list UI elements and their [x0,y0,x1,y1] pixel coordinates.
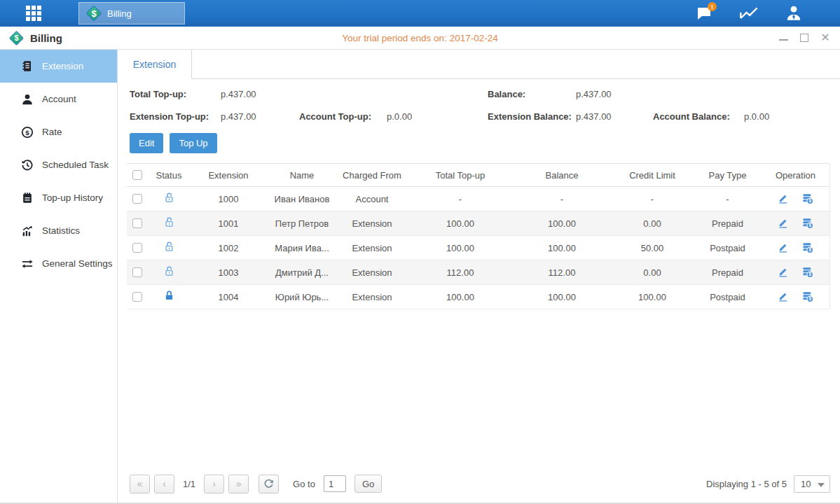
row-checkbox[interactable] [132,267,142,277]
notepad-icon [21,191,34,205]
row-checkbox[interactable] [132,292,142,302]
status-lock-icon[interactable] [163,290,175,302]
maximize-button[interactable] [799,33,809,43]
cell-credit-limit: 100.00 [610,292,694,302]
extension-balance-value: р.437.00 [576,111,653,122]
sidebar-item-label: Extension [42,61,83,71]
balance-value: р.437.00 [576,89,653,99]
cell-name: Петр Петров [267,218,337,229]
dollar-circle-icon: $ [21,125,34,139]
app-launcher-button[interactable] [18,0,49,27]
topup-row-icon[interactable]: $ [801,217,814,230]
status-lock-icon[interactable] [163,216,175,228]
cell-charged-from: Extension [337,292,407,302]
cell-charged-from: Extension [337,267,407,278]
sidebar-item-general-settings[interactable]: General Settings [0,247,117,280]
edit-row-icon[interactable] [777,192,789,205]
topup-row-icon[interactable]: $ [801,290,814,303]
col-balance[interactable]: Balance [514,170,610,181]
cell-pay-type: - [694,194,761,204]
minimize-button[interactable] [778,33,788,43]
sidebar-item-topup-history[interactable]: Top-up History [0,181,117,214]
cell-extension: 1001 [190,218,267,229]
status-lock-icon[interactable] [163,192,175,204]
window-title: Billing [30,32,62,44]
window-controls: ✕ [778,33,830,43]
sidebar-item-scheduled-task[interactable]: Scheduled Task [0,148,117,181]
edit-row-icon[interactable] [777,290,789,303]
cell-balance: 112.00 [514,267,610,278]
grid-icon [26,6,41,21]
col-pay-type[interactable]: Pay Type [694,170,761,181]
edit-row-icon[interactable] [777,217,789,230]
table-row: 1001 Петр Петров Extension 100.00 100.00… [127,211,829,236]
topup-row-icon[interactable]: $ [801,241,814,254]
tab-extension[interactable]: Extension [118,50,192,79]
select-all-checkbox[interactable] [132,170,142,180]
total-topup-label: Total Top-up: [130,89,221,99]
sidebar-item-statistics[interactable]: Statistics [0,214,117,247]
status-lock-icon[interactable] [163,265,175,277]
extension-topup-label: Extension Top-up: [130,111,221,122]
col-extension[interactable]: Extension [190,170,267,181]
first-page-button[interactable]: « [130,475,150,493]
table-header-row: Status Extension Name Charged From Total… [127,164,829,187]
edit-row-icon[interactable] [777,266,789,279]
col-name[interactable]: Name [267,170,337,181]
svg-text:$: $ [25,128,29,136]
page-size-select[interactable]: 10 [794,475,830,493]
close-button[interactable]: ✕ [820,33,830,43]
cell-name: Дмитрий Д... [267,267,337,278]
cell-total-topup: 100.00 [407,292,514,302]
topup-row-icon[interactable]: $ [801,266,814,279]
sidebar-item-extension[interactable]: Extension [0,50,117,83]
cell-balance: 100.00 [514,292,610,302]
cell-balance: 100.00 [514,218,610,229]
col-credit-limit[interactable]: Credit Limit [610,170,694,181]
edit-button[interactable]: Edit [130,133,163,153]
sidebar-item-label: General Settings [42,258,113,269]
taskbar-item-label: Billing [107,8,132,19]
growth-chart-icon [21,224,34,238]
window-titlebar: $ Billing Your trial period ends on: 201… [0,27,840,50]
top-up-button[interactable]: Top Up [170,133,216,153]
edit-row-icon[interactable] [777,241,789,254]
resource-monitor-button[interactable] [739,4,759,22]
row-checkbox[interactable] [132,194,142,204]
table-row: 1000 Иван Иванов Account - - - - $ [127,187,829,211]
cell-charged-from: Extension [337,218,407,229]
sidebar-item-account[interactable]: Account [0,83,117,115]
page-size-value: 10 [801,479,811,489]
status-lock-icon[interactable] [163,241,175,253]
svg-text:$: $ [808,223,811,228]
row-checkbox[interactable] [132,218,142,228]
cell-credit-limit: - [610,194,694,204]
cell-balance: 100.00 [514,243,610,253]
next-page-button[interactable]: › [204,475,224,493]
account-balance-value: р.0.00 [744,111,840,122]
refresh-button[interactable] [259,475,279,493]
taskbar-item-billing[interactable]: $ Billing [78,2,185,24]
row-checkbox[interactable] [132,243,142,253]
cell-name: Иван Иванов [267,194,337,204]
col-charged-from[interactable]: Charged From [337,170,407,181]
address-book-icon [21,59,34,74]
svg-text:$: $ [808,198,811,204]
extension-topup-value: р.437.00 [221,111,299,122]
sidebar-item-rate[interactable]: $ Rate [0,115,117,148]
messages-button[interactable]: ! [694,4,714,22]
goto-label: Go to [293,479,315,489]
col-total-topup[interactable]: Total Top-up [407,170,514,181]
sidebar-item-label: Statistics [42,225,80,236]
go-button[interactable]: Go [354,475,382,493]
prev-page-button[interactable]: ‹ [154,475,174,493]
topup-row-icon[interactable]: $ [801,192,814,205]
goto-page-input[interactable] [324,475,346,492]
user-menu-button[interactable] [784,4,804,22]
col-status[interactable]: Status [148,170,190,181]
cell-charged-from: Extension [337,243,407,253]
person-icon [21,92,34,106]
extension-balance-label: Extension Balance: [488,111,576,122]
last-page-button[interactable]: » [228,475,249,493]
topbar-right-icons: ! [694,0,804,27]
